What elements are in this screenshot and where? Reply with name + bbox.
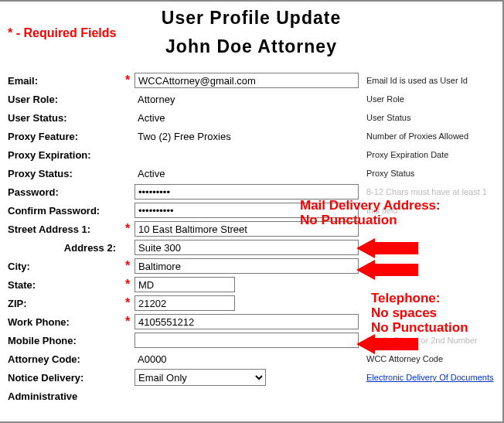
mobile-phone-field[interactable] <box>135 333 359 348</box>
label-proxy-feature: Proxy Feature: <box>8 127 121 145</box>
value-user-status: Active <box>135 111 168 125</box>
label-proxy-status: Proxy Status: <box>8 164 121 183</box>
required-marker: * <box>121 312 135 331</box>
label-user-role: User Role: <box>8 90 121 108</box>
notice-delivery-select[interactable]: Email Only <box>135 369 266 386</box>
street2-field[interactable] <box>135 240 359 255</box>
hint-user-status: User Status <box>366 108 495 127</box>
label-administrative: Administrative <box>8 387 121 405</box>
value-attorney-code: A0000 <box>135 352 170 367</box>
required-marker: * <box>121 294 135 312</box>
label-mobile-phone: Mobile Phone: <box>8 331 121 350</box>
street1-field[interactable] <box>135 221 359 237</box>
hint-email: Email Id is used as User Id <box>366 71 495 90</box>
hint-mobile-phone: Mobile Phone or 2nd Number <box>366 331 495 350</box>
label-street1: Street Address 1: <box>8 220 121 238</box>
value-proxy-feature: Two (2) Free Proxies <box>135 129 234 144</box>
label-work-phone: Work Phone: <box>8 312 121 331</box>
hint-confirm-password: this field <box>366 201 495 220</box>
label-city: City: <box>8 257 121 275</box>
hint-attorney-code: WCC Attorney Code <box>366 350 495 368</box>
label-street2: Address 2: <box>8 238 121 257</box>
required-fields-note: * - Required Fields <box>8 26 116 40</box>
page-title: User Profile Update <box>8 8 495 29</box>
hint-proxy-feature: Number of Proxies Allowed <box>366 127 495 145</box>
city-field[interactable] <box>135 258 359 274</box>
hint-city: City <box>366 257 495 275</box>
password-field[interactable] <box>135 184 359 200</box>
label-state: State: <box>8 275 121 294</box>
hint-user-role: User Role <box>366 90 495 108</box>
zip-field[interactable] <box>135 295 235 311</box>
confirm-password-field[interactable] <box>135 203 359 218</box>
hint-proxy-expiration: Proxy Expiration Date <box>366 145 495 164</box>
label-password: Password: <box>8 183 121 201</box>
value-user-role: Attorney <box>135 92 178 107</box>
required-marker: * <box>121 275 135 294</box>
hint-password: 8-12 Chars must have at least 1 <box>366 183 495 201</box>
label-notice-delivery: Notice Delivery: <box>8 368 121 387</box>
email-field[interactable] <box>135 73 359 88</box>
electronic-delivery-link[interactable]: Electronic Delivery Of Documents <box>366 373 493 382</box>
label-confirm-password: Confirm Password: <box>8 201 121 220</box>
label-user-status: User Status: <box>8 108 121 127</box>
label-proxy-expiration: Proxy Expiration: <box>8 145 121 164</box>
value-proxy-expiration <box>135 148 141 162</box>
label-zip: ZIP: <box>8 294 121 312</box>
label-attorney-code: Attorney Code: <box>8 350 121 368</box>
state-field[interactable] <box>135 277 235 292</box>
profile-form: Email: * Email Id is used as User Id Use… <box>8 71 495 405</box>
work-phone-field[interactable] <box>135 314 359 329</box>
required-marker: * <box>121 71 135 90</box>
label-email: Email: <box>8 71 121 90</box>
required-marker: * <box>121 220 135 238</box>
value-proxy-status: Active <box>135 166 168 181</box>
hint-proxy-status: Proxy Status <box>366 164 495 183</box>
required-marker: * <box>121 257 135 275</box>
